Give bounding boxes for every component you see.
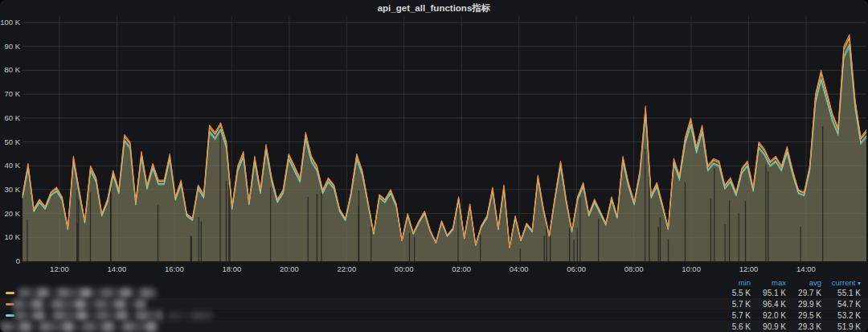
legend-header-min[interactable]: min bbox=[715, 278, 751, 287]
y-axis-tick-label: 40 K bbox=[4, 161, 20, 170]
legend-table: min max avg current ▾ 5.5 K 95.1 K 29.7 … bbox=[0, 277, 868, 332]
y-axis-tick-label: 70 K bbox=[4, 89, 20, 98]
x-axis-tick-label: 12:00 bbox=[50, 264, 69, 273]
stat-avg: 29.5 K bbox=[786, 311, 821, 320]
legend-row: 5.6 K 90.9 K 29.3 K 51.9 K bbox=[0, 321, 868, 332]
y-axis-tick-label: 80 K bbox=[4, 65, 20, 74]
stat-min: 5.7 K bbox=[715, 311, 751, 320]
stat-current: 51.9 K bbox=[821, 322, 868, 331]
legend-header-row: min max avg current ▾ bbox=[0, 277, 868, 287]
stat-current: 54.7 K bbox=[821, 300, 868, 309]
legend-header-current[interactable]: current ▾ bbox=[821, 278, 868, 287]
stat-min: 5.6 K bbox=[715, 322, 751, 331]
x-axis-tick-label: 08:00 bbox=[624, 264, 644, 273]
stat-avg: 29.9 K bbox=[786, 300, 821, 309]
legend-header-avg[interactable]: avg bbox=[786, 278, 821, 287]
stat-current: 53.2 K bbox=[821, 311, 868, 320]
legend-row: 5.7 K 96.4 K 29.9 K 54.7 K bbox=[0, 298, 868, 309]
stat-min: 5.7 K bbox=[715, 300, 751, 309]
y-axis-tick-label: 60 K bbox=[4, 113, 20, 122]
x-axis-tick-label: 04:00 bbox=[510, 264, 529, 273]
x-axis-tick-label: 18:00 bbox=[222, 264, 241, 273]
x-axis-tick-label: 14:00 bbox=[108, 264, 127, 273]
y-axis-tick-label: 20 K bbox=[4, 209, 20, 218]
timeseries-chart[interactable]: 010 K20 K30 K40 K50 K60 K70 K80 K90 K100… bbox=[0, 0, 868, 277]
stat-max: 95.1 K bbox=[751, 289, 786, 297]
legend-header-max[interactable]: max bbox=[751, 278, 786, 287]
stat-max: 92.0 K bbox=[751, 311, 786, 320]
stat-current: 55.1 K bbox=[821, 289, 868, 297]
stat-avg: 29.3 K bbox=[786, 322, 821, 331]
redacted-series-name-tail bbox=[167, 311, 214, 320]
grafana-panel: api_get_all_functions指标 010 K20 K30 K40 … bbox=[0, 0, 868, 332]
series-color-dash-icon[interactable] bbox=[6, 314, 14, 317]
stat-max: 96.4 K bbox=[751, 300, 786, 309]
x-axis-tick-label: 20:00 bbox=[280, 264, 299, 273]
x-axis-tick-label: 00:00 bbox=[395, 264, 414, 273]
redacted-series-name[interactable] bbox=[18, 288, 157, 298]
x-axis-tick-label: 14:00 bbox=[796, 264, 816, 273]
x-axis-tick-label: 02:00 bbox=[452, 264, 471, 273]
stat-avg: 29.7 K bbox=[786, 289, 821, 297]
y-axis-tick-label: 50 K bbox=[4, 137, 20, 146]
y-axis-tick-label: 10 K bbox=[4, 232, 20, 241]
x-axis-tick-label: 06:00 bbox=[567, 264, 586, 273]
y-axis-tick-label: 0 bbox=[16, 256, 20, 265]
legend-row: 5.7 K 92.0 K 29.5 K 53.2 K bbox=[0, 309, 868, 321]
x-axis-tick-label: 10:00 bbox=[682, 264, 701, 273]
redacted-series-name[interactable] bbox=[14, 310, 162, 321]
sort-desc-icon: ▾ bbox=[858, 280, 861, 287]
x-axis-tick-label: 12:00 bbox=[739, 264, 759, 273]
stat-max: 90.9 K bbox=[751, 322, 786, 331]
x-axis-tick-label: 16:00 bbox=[165, 264, 184, 273]
redacted-series-name[interactable] bbox=[1, 322, 158, 332]
stat-min: 5.5 K bbox=[715, 289, 751, 297]
y-axis-tick-label: 100 K bbox=[0, 18, 20, 27]
legend-row: 5.5 K 95.1 K 29.7 K 55.1 K bbox=[0, 287, 868, 298]
y-axis-tick-label: 30 K bbox=[4, 185, 20, 194]
redacted-series-name[interactable] bbox=[13, 299, 146, 309]
x-axis-tick-label: 22:00 bbox=[337, 264, 356, 273]
y-axis-tick-label: 90 K bbox=[4, 42, 20, 51]
series-color-dash-icon[interactable] bbox=[6, 292, 14, 294]
